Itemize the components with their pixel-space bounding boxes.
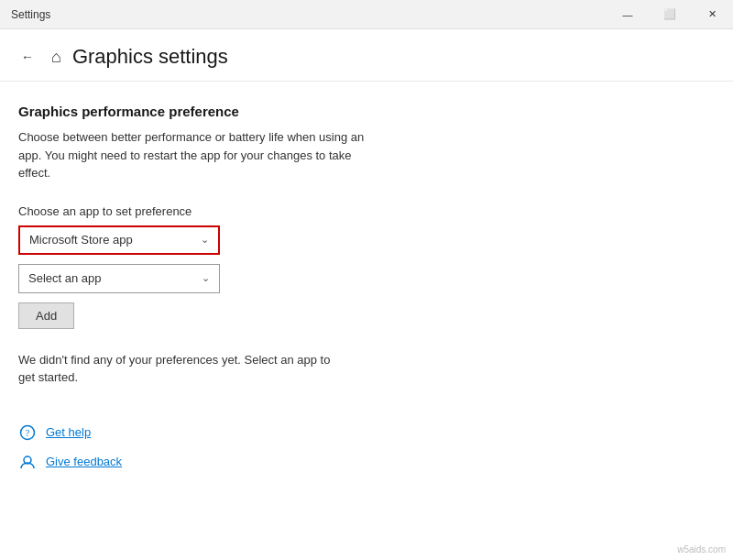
empty-message: We didn't find any of your preferences y… xyxy=(18,351,348,387)
select-app-dropdown[interactable]: Select an app ⌄ xyxy=(18,264,220,293)
select-app-chevron-icon: ⌄ xyxy=(202,272,210,284)
choose-label: Choose an app to set preference xyxy=(18,204,715,218)
give-feedback-label: Give feedback xyxy=(46,455,122,468)
give-feedback-icon xyxy=(18,453,37,471)
give-feedback-link[interactable]: Give feedback xyxy=(18,453,715,471)
get-help-label: Get help xyxy=(46,425,91,439)
title-bar-controls: — ⬜ ✕ xyxy=(607,0,733,29)
section-description: Choose between better performance or bat… xyxy=(18,128,366,182)
add-button[interactable]: Add xyxy=(18,302,74,329)
get-help-link[interactable]: ? Get help xyxy=(18,423,715,442)
help-section: ? Get help Give feedback xyxy=(18,423,715,471)
get-help-icon: ? xyxy=(18,423,37,442)
back-button[interactable]: ← xyxy=(15,44,40,70)
section-title: Graphics performance preference xyxy=(18,104,715,119)
app-type-dropdown[interactable]: Microsoft Store app ⌄ xyxy=(18,225,220,255)
settings-header: ← ⌂ Graphics settings xyxy=(0,29,733,82)
svg-text:?: ? xyxy=(26,428,30,438)
title-bar: Settings — ⬜ ✕ xyxy=(0,0,733,29)
select-app-placeholder: Select an app xyxy=(28,271,102,285)
main-content: ← ⌂ Graphics settings Graphics performan… xyxy=(0,29,733,560)
page-title: Graphics settings xyxy=(72,45,228,69)
home-icon: ⌂ xyxy=(51,48,61,67)
back-icon: ← xyxy=(21,49,34,64)
title-bar-left: Settings xyxy=(11,8,50,21)
settings-body: Graphics performance preference Choose b… xyxy=(0,82,733,500)
app-type-chevron-icon: ⌄ xyxy=(201,234,209,246)
close-button[interactable]: ✕ xyxy=(691,0,733,29)
restore-button[interactable]: ⬜ xyxy=(649,0,691,29)
watermark: w5aids.com xyxy=(677,544,726,555)
minimize-button[interactable]: — xyxy=(607,0,649,29)
app-type-selected-value: Microsoft Store app xyxy=(29,233,133,247)
title-bar-title: Settings xyxy=(11,8,50,21)
